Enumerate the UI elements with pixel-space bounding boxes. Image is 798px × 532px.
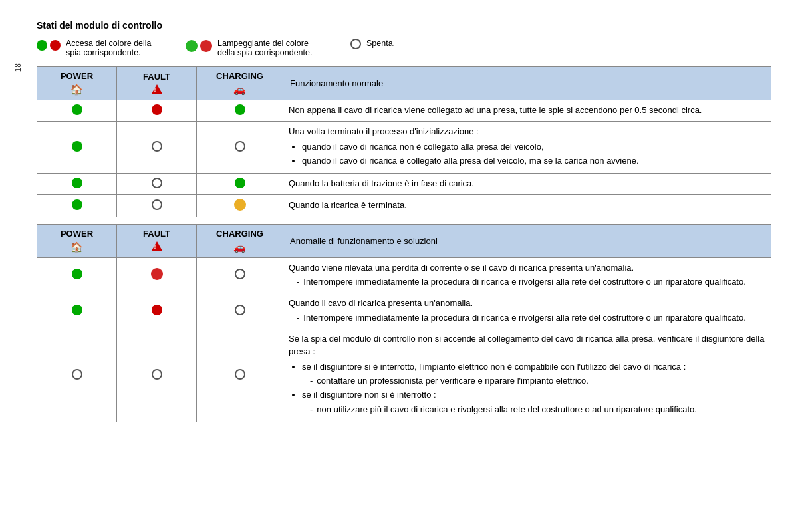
table2-header-power: POWER 🏠 (37, 224, 117, 257)
table2-header-fault: FAULT (117, 224, 197, 257)
t1r1-desc: Non appena il cavo di ricarica viene col… (283, 100, 771, 122)
fault-warn-icon (120, 84, 194, 96)
legend-empty-circle (350, 39, 361, 49)
t1r3-charging (197, 173, 283, 194)
legend-item-empty: Spenta. (350, 39, 395, 49)
table-row: Non appena il cavo di ricarica viene col… (37, 100, 771, 122)
t1r4-power (37, 194, 117, 217)
desc-text: Quando la ricarica è terminata. (289, 200, 765, 212)
t1r1-power (37, 100, 117, 122)
table-row: Quando la batteria di trazione è in fase… (37, 173, 771, 194)
t2r3-fault (117, 329, 197, 422)
t1r4-fault (117, 194, 197, 217)
legend-item-solid: Accesa del colore della spia corrisponde… (37, 39, 159, 57)
empty-circle (152, 369, 162, 380)
empty-circle (72, 369, 82, 380)
legend-empty-label: Spenta. (366, 39, 395, 48)
desc-text: Quando viene rilevata una perdita di cor… (289, 262, 765, 289)
table-row: Una volta terminato il processo d'inizia… (37, 122, 771, 174)
t1r2-charging (197, 122, 283, 174)
green-dot (72, 305, 82, 315)
table1-header-charging: CHARGING 🚗 (197, 67, 283, 100)
table2-header-desc: Anomalie di funzionamento e soluzioni (283, 224, 771, 257)
t1r2-desc: Una volta terminato il processo d'inizia… (283, 122, 771, 174)
t2r3-charging (197, 329, 283, 422)
t2r1-desc: Quando viene rilevata una perdita di cor… (283, 257, 771, 293)
legend-flash-red (200, 40, 212, 52)
table1-header-desc: Funzionamento normale (283, 67, 771, 100)
legend-solid-label: Accesa del colore della spia corrisponde… (66, 39, 159, 57)
table-row: Quando la ricarica è terminata. (37, 194, 771, 217)
t2r2-charging (197, 293, 283, 329)
desc-text: Quando la batteria di trazione è in fase… (289, 178, 765, 190)
empty-circle (152, 141, 162, 152)
legend-red-dot (50, 40, 61, 51)
desc-text: Se la spia del modulo di controllo non s… (289, 333, 765, 416)
table-row: Quando il cavo di ricarica presenta un'a… (37, 293, 771, 329)
flash-red-dot (151, 268, 163, 280)
green-dot (72, 178, 82, 188)
t2r1-charging (197, 257, 283, 293)
t1r4-desc: Quando la ricarica è terminata. (283, 194, 771, 217)
t2r1-power (37, 257, 117, 293)
t1r2-fault (117, 122, 197, 174)
t2r2-power (37, 293, 117, 329)
power-house-icon2: 🏠 (40, 241, 114, 253)
empty-circle (235, 141, 245, 152)
t1r2-power (37, 122, 117, 174)
charging-car-icon: 🚗 (200, 84, 280, 96)
desc-text: Non appena il cavo di ricarica viene col… (289, 104, 765, 117)
green-dot (72, 200, 82, 210)
green-dot (72, 269, 82, 279)
t1r1-charging (197, 100, 283, 122)
table-anomalie: POWER 🏠 FAULT CHARGING 🚗 Anomalie di fun… (37, 224, 771, 422)
flash-yellow-dot (234, 199, 246, 211)
t2r2-desc: Quando il cavo di ricarica presenta un'a… (283, 293, 771, 329)
table1-header-power: POWER 🏠 (37, 67, 117, 100)
t2r3-power (37, 329, 117, 422)
empty-circle (235, 369, 245, 380)
t2r1-fault (117, 257, 197, 293)
green-dot (72, 141, 82, 152)
empty-circle (235, 305, 245, 315)
t2r3-desc: Se la spia del modulo di controllo non s… (283, 329, 771, 422)
green-dot (235, 178, 245, 188)
desc-text: Una volta terminato il processo d'inizia… (289, 126, 765, 168)
t1r3-fault (117, 173, 197, 194)
empty-circle (235, 269, 245, 279)
table-normal: POWER 🏠 FAULT CHARGING 🚗 Funzionamento n… (37, 66, 771, 217)
charging-car-icon2: 🚗 (200, 241, 280, 253)
t2r2-fault (117, 293, 197, 329)
t1r1-fault (117, 100, 197, 122)
legend-flash-label: Lampeggiante del colore della spia corri… (217, 39, 324, 57)
empty-circle (152, 200, 162, 210)
legend-green-dot (37, 40, 47, 51)
table2-header-row: POWER 🏠 FAULT CHARGING 🚗 Anomalie di fun… (37, 224, 771, 257)
empty-circle (152, 178, 162, 188)
t1r4-charging (197, 194, 283, 217)
desc-text: Quando il cavo di ricarica presenta un'a… (289, 297, 765, 325)
t1r3-power (37, 173, 117, 194)
legend: Accesa del colore della spia corrisponde… (37, 39, 771, 57)
legend-flash-green (186, 40, 198, 52)
legend-item-flash: Lampeggiante del colore della spia corri… (186, 39, 324, 57)
table1-header-row: POWER 🏠 FAULT CHARGING 🚗 Funzionamento n… (37, 67, 771, 100)
page-number: 18 (13, 63, 23, 72)
green-dot (235, 104, 245, 115)
table-row: Se la spia del modulo di controllo non s… (37, 329, 771, 422)
red-dot (152, 305, 162, 315)
table1-header-fault: FAULT (117, 67, 197, 100)
green-dot (72, 104, 82, 115)
fault-warn-icon2 (120, 241, 194, 253)
red-dot (152, 104, 162, 115)
table-row: Quando viene rilevata una perdita di cor… (37, 257, 771, 293)
power-house-icon: 🏠 (40, 84, 114, 96)
section-title: Stati del modulo di controllo (37, 20, 771, 31)
table2-header-charging: CHARGING 🚗 (197, 224, 283, 257)
t1r3-desc: Quando la batteria di trazione è in fase… (283, 173, 771, 194)
